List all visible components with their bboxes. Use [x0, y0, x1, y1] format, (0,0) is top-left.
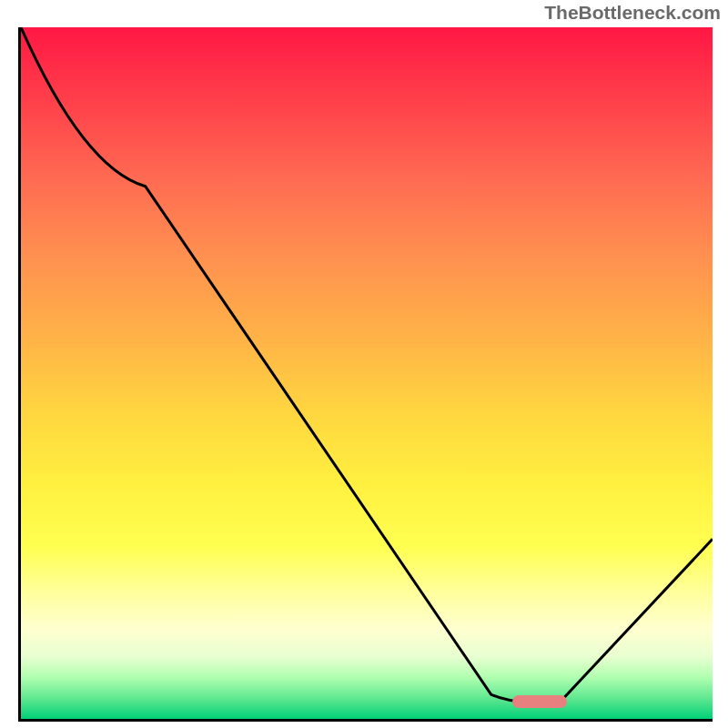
curve-svg: [21, 27, 713, 719]
bottleneck-curve: [21, 27, 713, 702]
optimal-marker: [512, 695, 568, 708]
chart-container: TheBottleneck.com: [0, 0, 728, 728]
plot-area: [18, 27, 713, 722]
watermark-text: TheBottleneck.com: [544, 2, 721, 24]
